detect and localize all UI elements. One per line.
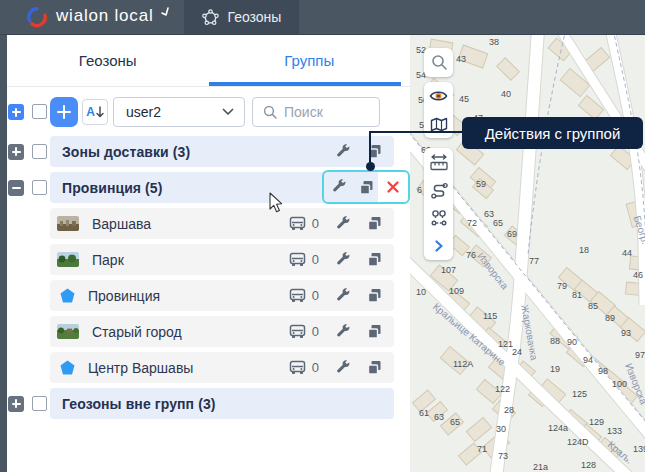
group-label: Провинция (5) [62, 180, 163, 196]
sort-button[interactable]: A [82, 99, 108, 125]
chevron-right-icon [434, 239, 444, 253]
copy-icon[interactable] [367, 324, 382, 339]
svg-text:21a: 21a [533, 462, 548, 472]
svg-text:61: 61 [419, 408, 429, 418]
expand-toggle[interactable] [8, 396, 24, 412]
unit-count: 0 [312, 288, 319, 303]
row-checkbox[interactable] [32, 144, 47, 159]
edit-wrench-icon[interactable] [335, 144, 351, 160]
expand-toggle[interactable] [8, 144, 24, 160]
visibility-eye-button[interactable] [424, 82, 453, 110]
add-group-button[interactable] [50, 97, 78, 127]
unit-count: 0 [312, 324, 319, 339]
svg-text:81: 81 [572, 290, 582, 300]
ruler-icon [429, 154, 449, 171]
unit-count: 0 [312, 252, 319, 267]
svg-text:63: 63 [434, 412, 444, 422]
geozone-row-body[interactable]: Провинция 0 [50, 280, 394, 311]
unit-count: 0 [312, 360, 319, 375]
copy-icon[interactable] [367, 252, 382, 267]
svg-text:125: 125 [572, 389, 587, 399]
svg-text:128: 128 [581, 460, 596, 470]
svg-text:19: 19 [550, 364, 560, 374]
svg-text:65: 65 [493, 218, 503, 228]
svg-text:115: 115 [483, 311, 497, 321]
group-label: Геозоны вне групп (3) [62, 396, 216, 412]
group-row-body[interactable]: Геозоны вне групп (3) [50, 388, 394, 419]
geofences-panel: Геозоны Группы A user2 [7, 35, 410, 472]
svg-text:129: 129 [589, 417, 604, 427]
header-tab-geofences[interactable]: Геозоны [184, 0, 299, 34]
routing-button[interactable] [424, 176, 453, 204]
map-pins-icon [430, 209, 448, 227]
edit-wrench-icon[interactable] [335, 360, 351, 376]
map-search-button[interactable] [424, 48, 453, 76]
copy-group-icon[interactable] [359, 180, 374, 195]
svg-text:76: 76 [466, 250, 476, 260]
tab-geofences[interactable]: Геозоны [7, 35, 209, 86]
search-input[interactable] [284, 104, 369, 120]
geozone-row-body[interactable]: Старый город 0 [50, 316, 394, 347]
search-icon [431, 54, 447, 70]
ruler-distance-button[interactable] [424, 148, 453, 176]
map-search-box [424, 48, 453, 77]
expand-tools-button[interactable] [424, 232, 453, 260]
svg-text:85: 85 [588, 301, 598, 311]
unit-count: 0 [312, 216, 319, 231]
folded-map-icon [430, 117, 448, 132]
svg-text:100: 100 [612, 379, 627, 389]
geozone-row-body[interactable]: Центр Варшавы 0 [50, 352, 394, 383]
logo-arrow-icon [161, 7, 170, 16]
svg-text:10: 10 [416, 287, 426, 297]
row-checkbox[interactable] [32, 396, 47, 411]
map-layers-button[interactable] [424, 110, 453, 138]
geozone-label: Старый город [92, 324, 182, 340]
group-row-body[interactable]: Зоны доставки (3) [50, 136, 394, 167]
markers-button[interactable] [424, 204, 453, 232]
units-counter: 0 [289, 288, 319, 303]
edit-wrench-icon[interactable] [331, 179, 347, 195]
copy-icon[interactable] [367, 216, 382, 231]
polygon-geozone-icon [60, 288, 75, 303]
geozone-row-warsaw: Варшава 0 [7, 208, 410, 239]
app-header: wialon local Геозоны [0, 0, 645, 35]
row-checkbox[interactable] [32, 180, 47, 195]
geozone-row-body[interactable]: Парк 0 [50, 244, 394, 275]
svg-text:94: 94 [583, 355, 593, 365]
svg-text:122: 122 [495, 384, 510, 394]
delete-x-icon[interactable] [386, 180, 400, 194]
svg-text:121: 121 [498, 339, 513, 349]
select-all-checkbox[interactable] [32, 104, 47, 119]
sort-letter: A [86, 105, 95, 119]
svg-text:89: 89 [605, 313, 615, 323]
header-tab-label: Геозоны [227, 9, 281, 25]
edit-wrench-icon[interactable] [335, 288, 351, 304]
copy-icon[interactable] [367, 360, 382, 375]
tooltip-group-actions: Действия с группой [462, 117, 643, 149]
svg-text:109: 109 [449, 286, 464, 296]
map-canvas[interactable]: 5254565860384043454751659636569727677107… [410, 35, 645, 472]
user-filter-select[interactable]: user2 [113, 97, 245, 127]
unit-bus-icon [289, 216, 306, 231]
svg-text:38: 38 [489, 37, 499, 47]
edit-wrench-icon[interactable] [335, 324, 351, 340]
expand-all-button[interactable] [8, 104, 24, 120]
svg-text:133: 133 [607, 426, 622, 436]
edit-wrench-icon[interactable] [335, 252, 351, 268]
units-counter: 0 [289, 360, 319, 375]
group-actions-highlight-box [322, 170, 410, 204]
group-row-ungrouped: Геозоны вне групп (3) [7, 388, 410, 419]
svg-text:28: 28 [504, 405, 514, 415]
tab-groups[interactable]: Группы [209, 35, 411, 86]
copy-icon[interactable] [367, 288, 382, 303]
geozone-row-body[interactable]: Варшава 0 [50, 208, 394, 239]
svg-text:93: 93 [621, 328, 631, 338]
polygon-geozone-icon [60, 360, 75, 375]
map-tool-controls [424, 148, 453, 260]
collapse-toggle[interactable] [8, 180, 24, 196]
edit-wrench-icon[interactable] [335, 216, 351, 232]
svg-text:71: 71 [477, 444, 487, 454]
svg-text:18: 18 [579, 245, 589, 255]
svg-text:40: 40 [501, 89, 511, 99]
geozone-row-old-town: Старый город 0 [7, 316, 410, 347]
